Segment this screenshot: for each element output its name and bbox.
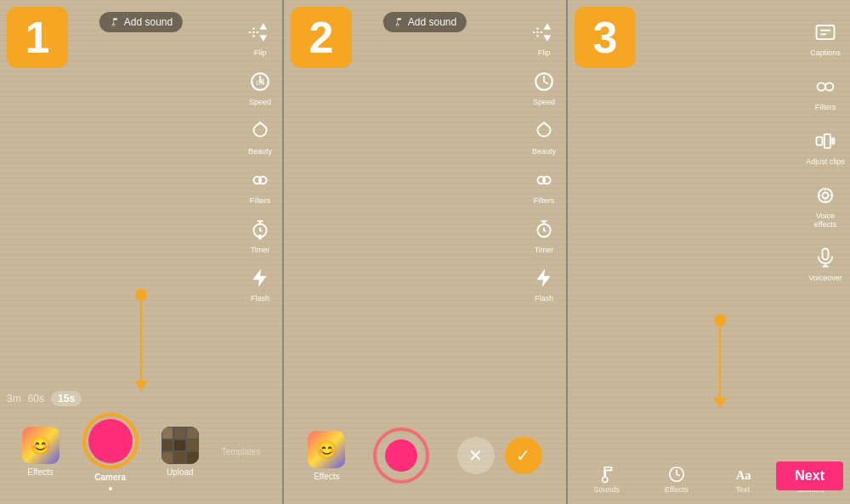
filters-icon-3 <box>810 71 841 102</box>
text-nav-icon: Aa <box>733 465 751 484</box>
record-row-1: 😊 Effects Camera <box>0 413 282 504</box>
edit-sidebar: Captions Filters Adjust clips Voice effe… <box>804 17 847 283</box>
record-button-1[interactable]: Camera <box>82 413 139 490</box>
nav-tab-sounds[interactable]: Sounds <box>594 465 620 494</box>
arrow-line <box>140 301 142 381</box>
arrow-dot-3 <box>714 314 726 326</box>
filters-icon <box>245 165 275 195</box>
svg-text:3: 3 <box>258 234 261 239</box>
svg-rect-11 <box>817 25 835 39</box>
duration-3m[interactable]: 3m <box>7 393 21 405</box>
svg-rect-18 <box>832 138 834 144</box>
upload-grid <box>162 427 199 464</box>
effects-thumb: 😊 <box>22 427 60 464</box>
svg-text:Aa: Aa <box>736 468 751 482</box>
active-dot <box>109 487 112 490</box>
sidebar-captions[interactable]: Captions <box>810 17 841 58</box>
timer-icon-2 <box>529 214 559 245</box>
effects-thumb-2: 😊 <box>308 431 345 468</box>
record-row-2: 😊 Effects ✕ ✓ <box>284 428 566 504</box>
arrow-dot <box>135 289 147 301</box>
arrow-head <box>134 381 148 391</box>
record-btn-2[interactable] <box>373 428 429 484</box>
flip-icon-2 <box>529 17 559 48</box>
camera-label: Camera <box>94 473 126 482</box>
step-badge-3: 3 <box>575 7 636 68</box>
svg-point-14 <box>818 82 825 90</box>
nav-tab-effects[interactable]: Effects <box>665 465 688 494</box>
record-btn-inner-2 <box>385 439 417 472</box>
sidebar-filters-1[interactable]: Filters <box>245 165 275 206</box>
next-button[interactable]: Next <box>776 462 843 490</box>
arrow-line-3 <box>719 326 721 398</box>
add-sound-button-2[interactable]: Add sound <box>383 12 467 32</box>
duration-60s[interactable]: 60s <box>28 393 44 405</box>
panel-1: 1 Add sound Flip off Speed Beauty <box>0 0 282 504</box>
sidebar-flash-2[interactable]: Flash <box>529 263 559 303</box>
cancel-button[interactable]: ✕ <box>457 437 495 474</box>
confirm-button[interactable]: ✓ <box>505 437 542 474</box>
arrow-head-3 <box>713 398 727 408</box>
panel-2: 2 Add sound Flip Speed Beauty <box>282 0 566 504</box>
voiceover-icon <box>810 242 841 273</box>
bottom-bar-2: 😊 Effects ✕ ✓ <box>284 428 566 504</box>
svg-rect-21 <box>823 249 829 260</box>
upload-button-1[interactable]: Upload <box>162 427 199 477</box>
music-note-icon <box>110 17 120 27</box>
record-btn-inner <box>88 419 133 463</box>
filters-icon-2 <box>529 165 559 195</box>
svg-rect-17 <box>824 134 830 148</box>
panel-3: 3 Captions Filters Adjust clips <box>566 0 850 504</box>
flash-icon <box>245 263 275 293</box>
effects-label-2: Effects <box>314 472 339 481</box>
duration-15s[interactable]: 15s <box>51 391 82 406</box>
flip-icon <box>245 17 275 48</box>
sidebar-voice-effects[interactable]: Voice effects <box>804 180 847 229</box>
effects-nav-icon <box>667 465 686 484</box>
arrow-down-1 <box>134 289 148 391</box>
duration-row: 3m 60s 15s <box>0 391 282 406</box>
beauty-icon-2 <box>529 116 559 146</box>
music-note-icon-2 <box>394 17 404 27</box>
templates-label: Templates <box>222 447 261 456</box>
sidebar-speed-1[interactable]: off Speed <box>245 66 275 107</box>
sidebar-speed-2[interactable]: Speed <box>529 66 559 107</box>
timer-icon: 3 <box>245 214 275 245</box>
svg-point-20 <box>823 192 829 198</box>
sidebar-beauty-2[interactable]: Beauty <box>529 116 559 156</box>
sidebar-flip-2[interactable]: Flip <box>529 17 559 58</box>
sidebar-voiceover[interactable]: Voiceover <box>808 242 842 283</box>
sidebar-adjust-clips[interactable]: Adjust clips <box>806 126 845 167</box>
add-sound-button-1[interactable]: Add sound <box>99 12 183 32</box>
flash-icon-2 <box>529 263 559 293</box>
nav-tab-text[interactable]: Aa Text <box>733 465 751 494</box>
svg-point-19 <box>819 189 832 202</box>
sidebar-timer-1[interactable]: 3 Timer <box>245 214 275 255</box>
arrow-down-3 <box>713 314 727 408</box>
upload-thumb <box>162 427 199 464</box>
svg-point-15 <box>825 82 833 90</box>
adjust-clips-icon <box>810 126 841 156</box>
sidebar-timer-2[interactable]: Timer <box>529 214 559 255</box>
record-btn[interactable] <box>82 413 139 469</box>
speed-icon: off <box>245 66 275 97</box>
upload-label: Upload <box>167 467 194 477</box>
beauty-icon <box>245 116 275 146</box>
captions-icon <box>810 17 841 48</box>
effects-button-2[interactable]: 😊 Effects <box>308 431 345 481</box>
bottom-bar-1: 3m 60s 15s 😊 Effects Camera <box>0 391 282 504</box>
sidebar-flash-1[interactable]: Flash <box>245 263 275 303</box>
voice-effects-icon <box>810 180 841 211</box>
step-badge-1: 1 <box>7 7 68 68</box>
sounds-icon <box>598 465 616 484</box>
templates-button-1[interactable]: Templates <box>222 447 261 456</box>
sidebar-filters-3[interactable]: Filters <box>810 71 841 112</box>
svg-rect-16 <box>817 137 823 144</box>
sidebar-flip-1[interactable]: Flip <box>245 17 275 58</box>
confirm-row: ✕ ✓ <box>457 437 542 474</box>
effects-label: Effects <box>27 467 53 477</box>
sidebar-beauty-1[interactable]: Beauty <box>245 116 275 156</box>
sidebar-filters-2[interactable]: Filters <box>529 165 559 206</box>
speed-icon-2 <box>529 66 559 97</box>
effects-button-1[interactable]: 😊 Effects <box>22 427 60 477</box>
